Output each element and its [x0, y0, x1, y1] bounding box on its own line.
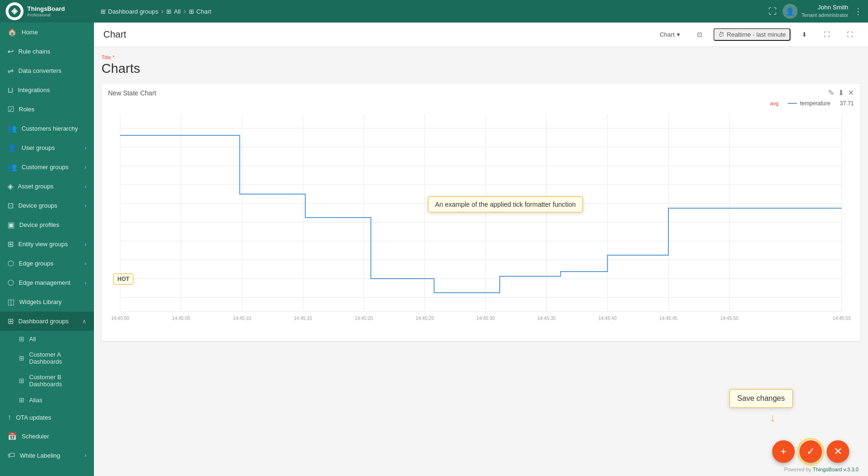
widget-close-icon[interactable]: ✕ — [848, 88, 854, 97]
customers-hierarchy-label: Customers hierarchy — [22, 125, 86, 132]
sidebar-item-rule-chains[interactable]: ↩ Rule chains — [0, 42, 94, 61]
user-avatar: 👤 — [783, 4, 798, 19]
white-labeling-icon: 🏷 — [8, 451, 15, 460]
sub-customer-a-label: Customer A Dashboards — [29, 351, 86, 365]
sidebar-item-home[interactable]: 🏠 Home — [0, 23, 94, 42]
svg-text:14:45:30: 14:45:30 — [477, 316, 495, 321]
confirm-fab-button[interactable]: ✓ — [799, 440, 822, 463]
svg-text:14:45:35: 14:45:35 — [537, 316, 556, 321]
white-labeling-chevron: › — [85, 452, 86, 459]
sidebar-item-customer-groups[interactable]: 👥 Customer groups › — [0, 157, 94, 177]
breadcrumb-sep-1: › — [161, 7, 163, 16]
sidebar-item-integrations[interactable]: ⊔ Integrations — [0, 80, 94, 100]
add-fab-button[interactable]: + — [772, 440, 795, 463]
user-groups-icon: 👤 — [8, 143, 17, 152]
fullscreen-icon[interactable]: ⛶ — [768, 7, 777, 16]
sidebar-item-entity-view-groups[interactable]: ⊞ Entity view groups › — [0, 234, 94, 254]
data-converters-label: Data converters — [18, 67, 86, 74]
nav-right: ⛶ 👤 John Smith Tenant administrator ⋮ — [768, 4, 862, 19]
breadcrumb-dashboard-groups[interactable]: ⊞ Dashboard groups — [101, 8, 158, 15]
breadcrumb-dashboard-groups-label: Dashboard groups — [108, 8, 158, 15]
sidebar-item-device-groups[interactable]: ⊡ Device groups › — [0, 196, 94, 215]
sidebar-item-roles[interactable]: ☑ Roles — [0, 100, 94, 119]
chart-svg: 14:45:00 14:45:05 14:45:10 14:45:15 14:4… — [106, 109, 856, 326]
device-groups-label: Device groups — [18, 202, 80, 209]
chart-bc-icon: ⊞ — [189, 8, 194, 15]
logo-subtitle: Professional — [27, 13, 65, 17]
svg-text:14:45:20: 14:45:20 — [355, 316, 373, 321]
expand-button[interactable]: ⛶ — [818, 28, 836, 41]
all-icon: ⊞ — [166, 8, 171, 15]
ota-updates-label: OTA updates — [16, 414, 86, 421]
breadcrumb-all[interactable]: ⊞ All — [166, 8, 180, 15]
callout-box: An example of the applied tick formatter… — [428, 196, 583, 212]
widget-edit-icon[interactable]: ✎ — [828, 88, 834, 97]
svg-text:14:45:55: 14:45:55 — [833, 316, 851, 321]
widget-header: New State Chart ✎ ⬇ ✕ — [101, 84, 860, 100]
widget-download-icon[interactable]: ⬇ — [838, 88, 844, 97]
scheduler-icon: 📅 — [8, 432, 17, 441]
entity-view-groups-label: Entity view groups — [18, 241, 80, 248]
sidebar-item-device-profiles[interactable]: ▣ Device profiles — [0, 215, 94, 234]
home-icon: 🏠 — [8, 28, 17, 37]
user-text: John Smith Tenant administrator — [801, 4, 848, 18]
powered-by-text: Powered by — [784, 467, 813, 472]
fullscreen-button[interactable]: ⛶ — [841, 28, 859, 41]
screenshot-button[interactable]: ⊡ — [691, 28, 708, 41]
sidebar-item-widgets-library[interactable]: ◫ Widgets Library — [0, 292, 94, 312]
customer-groups-chevron: › — [85, 164, 86, 171]
user-groups-label: User groups — [22, 144, 80, 151]
widgets-library-label: Widgets Library — [19, 298, 86, 305]
asset-groups-icon: ◈ — [8, 182, 13, 191]
edge-groups-icon: ⬡ — [8, 259, 14, 268]
sidebar-sub-customer-b[interactable]: ⊞ Customer B Dashboards — [0, 369, 94, 392]
main-area: Chart Chart ▾ ⊡ ⏱ Realtime - last minute… — [94, 23, 868, 476]
cancel-fab-button[interactable]: ✕ — [827, 440, 849, 463]
sub-customer-a-icon: ⊞ — [19, 354, 24, 362]
svg-text:14:45:15: 14:45:15 — [294, 316, 312, 321]
download-button[interactable]: ⬇ — [796, 28, 813, 41]
rule-chains-label: Rule chains — [18, 48, 86, 55]
roles-icon: ☑ — [8, 105, 14, 114]
sidebar-item-scheduler[interactable]: 📅 Scheduler — [0, 427, 94, 446]
chart-dropdown-button[interactable]: Chart ▾ — [654, 28, 686, 41]
time-icon: ⏱ — [718, 31, 724, 38]
logo-name: ThingsBoard — [27, 5, 65, 13]
sidebar-item-asset-groups[interactable]: ◈ Asset groups › — [0, 177, 94, 196]
chart-legend: avg temperature 37.71 — [101, 100, 860, 109]
user-name: John Smith — [801, 4, 848, 12]
sidebar-item-edge-management[interactable]: ⬡ Edge management › — [0, 273, 94, 292]
sidebar-item-edge-groups[interactable]: ⬡ Edge groups › — [0, 254, 94, 273]
user-menu[interactable]: 👤 John Smith Tenant administrator — [783, 4, 848, 19]
asset-groups-label: Asset groups — [18, 183, 80, 190]
sub-customer-b-label: Customer B Dashboards — [29, 374, 86, 388]
breadcrumb-chart[interactable]: ⊞ Chart — [189, 8, 211, 15]
user-role: Tenant administrator — [801, 12, 848, 18]
sidebar-item-dashboard-groups[interactable]: ⊞ Dashboard groups ∧ — [0, 312, 94, 331]
more-icon[interactable]: ⋮ — [854, 6, 862, 16]
sidebar-item-user-groups[interactable]: 👤 User groups › — [0, 138, 94, 157]
sidebar-sub-alias[interactable]: ⊞ Alias — [0, 392, 94, 408]
sidebar-item-customers-hierarchy[interactable]: 👥 Customers hierarchy — [0, 119, 94, 138]
widget-title: New State Chart — [108, 89, 156, 97]
sub-header: Chart Chart ▾ ⊡ ⏱ Realtime - last minute… — [94, 23, 868, 47]
sidebar-item-data-converters[interactable]: ⇌ Data converters — [0, 61, 94, 80]
edge-management-label: Edge management — [19, 279, 80, 286]
svg-text:14:45:50: 14:45:50 — [720, 316, 738, 321]
top-navigation: ThingsBoard Professional ⊞ Dashboard gro… — [0, 0, 868, 23]
sub-alias-icon: ⊞ — [19, 396, 24, 404]
sidebar-sub-all[interactable]: ⊞ All — [0, 331, 94, 347]
svg-text:14:45:00: 14:45:00 — [111, 316, 130, 321]
save-arrow: ↓ — [770, 411, 775, 424]
thingsboard-link[interactable]: ThingsBoard v.3.3.0 — [813, 467, 859, 472]
widget-card: New State Chart ✎ ⬇ ✕ avg temperature 37… — [101, 84, 860, 341]
sidebar-sub-customer-a[interactable]: ⊞ Customer A Dashboards — [0, 347, 94, 369]
sidebar-item-ota-updates[interactable]: ↑ OTA updates — [0, 408, 94, 427]
main-layout: 🏠 Home ↩ Rule chains ⇌ Data converters ⊔… — [0, 23, 868, 476]
fullscreen-main-icon: ⛶ — [847, 31, 853, 38]
time-button[interactable]: ⏱ Realtime - last minute — [713, 28, 790, 41]
charts-title: Charts — [101, 61, 860, 76]
data-converters-icon: ⇌ — [8, 66, 14, 75]
sidebar-item-white-labeling[interactable]: 🏷 White Labeling › — [0, 446, 94, 465]
user-groups-chevron: › — [85, 145, 86, 151]
